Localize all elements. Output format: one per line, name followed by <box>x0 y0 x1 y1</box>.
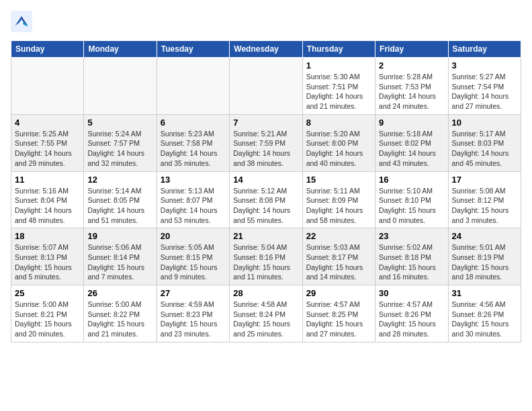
day-info: Sunrise: 5:28 AM Sunset: 7:53 PM Dayligh… <box>379 72 444 111</box>
day-cell-24: 24Sunrise: 5:01 AM Sunset: 8:19 PM Dayli… <box>448 228 521 285</box>
day-number: 31 <box>452 288 517 298</box>
day-number: 3 <box>452 60 517 71</box>
day-info: Sunrise: 5:16 AM Sunset: 8:04 PM Dayligh… <box>15 186 80 226</box>
day-info: Sunrise: 4:59 AM Sunset: 8:23 PM Dayligh… <box>161 300 226 339</box>
day-info: Sunrise: 4:57 AM Sunset: 8:25 PM Dayligh… <box>306 300 371 339</box>
day-info: Sunrise: 5:08 AM Sunset: 8:12 PM Dayligh… <box>452 186 517 226</box>
day-number: 8 <box>306 118 371 128</box>
day-cell-7: 7Sunrise: 5:21 AM Sunset: 7:59 PM Daylig… <box>230 114 302 171</box>
day-number: 2 <box>379 60 444 71</box>
day-cell-14: 14Sunrise: 5:12 AM Sunset: 8:08 PM Dayli… <box>230 171 302 228</box>
day-info: Sunrise: 5:00 AM Sunset: 8:22 PM Dayligh… <box>87 300 152 339</box>
day-cell-28: 28Sunrise: 4:58 AM Sunset: 8:24 PM Dayli… <box>230 285 302 342</box>
day-info: Sunrise: 5:05 AM Sunset: 8:15 PM Dayligh… <box>161 242 226 282</box>
weekday-thursday: Thursday <box>302 41 375 58</box>
day-info: Sunrise: 5:06 AM Sunset: 8:14 PM Dayligh… <box>87 242 152 282</box>
day-info: Sunrise: 5:00 AM Sunset: 8:21 PM Dayligh… <box>15 300 80 339</box>
day-number: 17 <box>452 175 517 185</box>
day-info: Sunrise: 5:18 AM Sunset: 8:02 PM Dayligh… <box>379 129 444 169</box>
day-number: 23 <box>379 231 444 241</box>
day-cell-31: 31Sunrise: 4:56 AM Sunset: 8:26 PM Dayli… <box>448 285 521 342</box>
day-info: Sunrise: 5:17 AM Sunset: 8:03 PM Dayligh… <box>452 129 517 169</box>
day-cell-19: 19Sunrise: 5:06 AM Sunset: 8:14 PM Dayli… <box>84 228 157 285</box>
day-info: Sunrise: 5:27 AM Sunset: 7:54 PM Dayligh… <box>452 72 517 111</box>
day-cell-21: 21Sunrise: 5:04 AM Sunset: 8:16 PM Dayli… <box>230 228 302 285</box>
day-number: 28 <box>233 288 298 298</box>
weekday-sunday: Sunday <box>11 41 84 58</box>
day-cell-12: 12Sunrise: 5:14 AM Sunset: 8:05 PM Dayli… <box>84 171 157 228</box>
day-number: 12 <box>87 175 152 185</box>
day-info: Sunrise: 5:24 AM Sunset: 7:57 PM Dayligh… <box>87 129 152 169</box>
day-number: 25 <box>15 288 80 298</box>
day-number: 19 <box>87 231 152 241</box>
day-cell-22: 22Sunrise: 5:03 AM Sunset: 8:17 PM Dayli… <box>302 228 375 285</box>
day-cell-16: 16Sunrise: 5:10 AM Sunset: 8:10 PM Dayli… <box>375 171 448 228</box>
day-number: 16 <box>379 175 444 185</box>
day-cell-27: 27Sunrise: 4:59 AM Sunset: 8:23 PM Dayli… <box>157 285 229 342</box>
day-cell-25: 25Sunrise: 5:00 AM Sunset: 8:21 PM Dayli… <box>11 285 84 342</box>
day-info: Sunrise: 5:21 AM Sunset: 7:59 PM Dayligh… <box>233 129 298 169</box>
calendar-table: SundayMondayTuesdayWednesdayThursdayFrid… <box>11 40 521 342</box>
day-info: Sunrise: 5:30 AM Sunset: 7:51 PM Dayligh… <box>306 72 371 111</box>
day-number: 27 <box>161 288 226 298</box>
day-number: 7 <box>233 118 298 128</box>
weekday-header-row: SundayMondayTuesdayWednesdayThursdayFrid… <box>11 41 521 58</box>
empty-cell <box>84 58 157 115</box>
day-info: Sunrise: 5:03 AM Sunset: 8:17 PM Dayligh… <box>306 242 371 282</box>
day-info: Sunrise: 5:20 AM Sunset: 8:00 PM Dayligh… <box>306 129 371 169</box>
day-info: Sunrise: 5:25 AM Sunset: 7:55 PM Dayligh… <box>15 129 80 169</box>
weekday-monday: Monday <box>84 41 157 58</box>
svg-rect-0 <box>11 11 32 32</box>
day-info: Sunrise: 5:01 AM Sunset: 8:19 PM Dayligh… <box>452 242 517 282</box>
day-cell-29: 29Sunrise: 4:57 AM Sunset: 8:25 PM Dayli… <box>302 285 375 342</box>
day-info: Sunrise: 5:13 AM Sunset: 8:07 PM Dayligh… <box>161 186 226 226</box>
week-row-5: 25Sunrise: 5:00 AM Sunset: 8:21 PM Dayli… <box>11 285 521 342</box>
day-cell-3: 3Sunrise: 5:27 AM Sunset: 7:54 PM Daylig… <box>448 58 521 115</box>
day-cell-11: 11Sunrise: 5:16 AM Sunset: 8:04 PM Dayli… <box>11 171 84 228</box>
day-cell-4: 4Sunrise: 5:25 AM Sunset: 7:55 PM Daylig… <box>11 114 84 171</box>
day-number: 13 <box>161 175 226 185</box>
day-info: Sunrise: 5:14 AM Sunset: 8:05 PM Dayligh… <box>87 186 152 226</box>
day-number: 4 <box>15 118 80 128</box>
day-info: Sunrise: 5:11 AM Sunset: 8:09 PM Dayligh… <box>306 186 371 226</box>
page-header <box>11 11 521 32</box>
day-number: 18 <box>15 231 80 241</box>
day-cell-8: 8Sunrise: 5:20 AM Sunset: 8:00 PM Daylig… <box>302 114 375 171</box>
day-cell-5: 5Sunrise: 5:24 AM Sunset: 7:57 PM Daylig… <box>84 114 157 171</box>
calendar-body: 1Sunrise: 5:30 AM Sunset: 7:51 PM Daylig… <box>11 58 521 342</box>
empty-cell <box>11 58 84 115</box>
day-info: Sunrise: 5:23 AM Sunset: 7:58 PM Dayligh… <box>161 129 226 169</box>
day-info: Sunrise: 5:12 AM Sunset: 8:08 PM Dayligh… <box>233 186 298 226</box>
day-info: Sunrise: 4:56 AM Sunset: 8:26 PM Dayligh… <box>452 300 517 339</box>
day-number: 24 <box>452 231 517 241</box>
day-cell-13: 13Sunrise: 5:13 AM Sunset: 8:07 PM Dayli… <box>157 171 229 228</box>
day-info: Sunrise: 4:57 AM Sunset: 8:26 PM Dayligh… <box>379 300 444 339</box>
week-row-4: 18Sunrise: 5:07 AM Sunset: 8:13 PM Dayli… <box>11 228 521 285</box>
day-cell-6: 6Sunrise: 5:23 AM Sunset: 7:58 PM Daylig… <box>157 114 229 171</box>
day-number: 11 <box>15 175 80 185</box>
day-number: 30 <box>379 288 444 298</box>
day-info: Sunrise: 5:04 AM Sunset: 8:16 PM Dayligh… <box>233 242 298 282</box>
day-number: 22 <box>306 231 371 241</box>
day-number: 29 <box>306 288 371 298</box>
day-number: 20 <box>161 231 226 241</box>
day-cell-30: 30Sunrise: 4:57 AM Sunset: 8:26 PM Dayli… <box>375 285 448 342</box>
empty-cell <box>157 58 229 115</box>
day-number: 15 <box>306 175 371 185</box>
logo-icon <box>11 11 32 32</box>
empty-cell <box>230 58 302 115</box>
day-cell-10: 10Sunrise: 5:17 AM Sunset: 8:03 PM Dayli… <box>448 114 521 171</box>
day-cell-26: 26Sunrise: 5:00 AM Sunset: 8:22 PM Dayli… <box>84 285 157 342</box>
day-number: 14 <box>233 175 298 185</box>
day-cell-20: 20Sunrise: 5:05 AM Sunset: 8:15 PM Dayli… <box>157 228 229 285</box>
day-cell-15: 15Sunrise: 5:11 AM Sunset: 8:09 PM Dayli… <box>302 171 375 228</box>
day-number: 10 <box>452 118 517 128</box>
day-cell-2: 2Sunrise: 5:28 AM Sunset: 7:53 PM Daylig… <box>375 58 448 115</box>
logo <box>11 11 35 32</box>
day-cell-17: 17Sunrise: 5:08 AM Sunset: 8:12 PM Dayli… <box>448 171 521 228</box>
day-number: 1 <box>306 60 371 71</box>
day-number: 5 <box>87 118 152 128</box>
day-cell-18: 18Sunrise: 5:07 AM Sunset: 8:13 PM Dayli… <box>11 228 84 285</box>
weekday-friday: Friday <box>375 41 448 58</box>
day-info: Sunrise: 5:10 AM Sunset: 8:10 PM Dayligh… <box>379 186 444 226</box>
